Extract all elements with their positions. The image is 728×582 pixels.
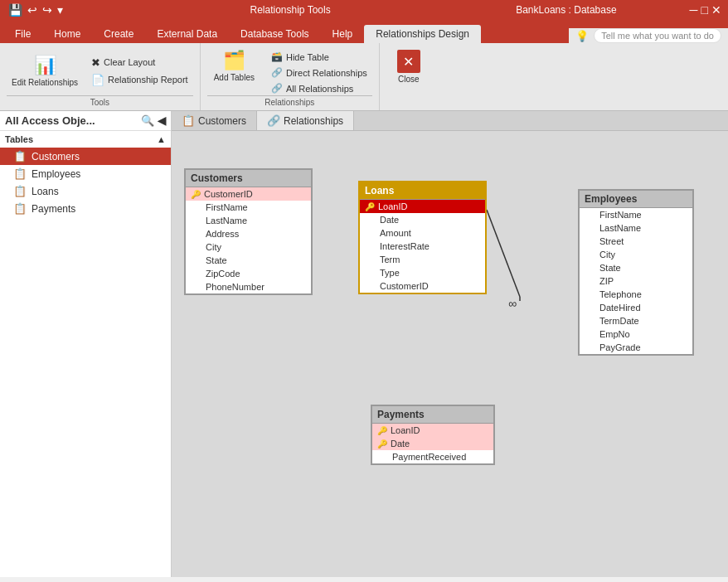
sidebar: All Access Obje... 🔍 ◀ Tables ▲ 📋 Custom… [0,111,172,577]
employees-field-city[interactable]: City [580,248,692,261]
undo-icon[interactable]: ↩ [26,3,39,17]
all-relationships-icon: 🔗 [271,83,283,94]
employees-field-lastname[interactable]: LastName [580,221,692,235]
direct-relationships-icon: 🔗 [271,67,283,78]
pk-icon-payments-date: 🔑 [377,439,387,449]
relationship-report-icon: 📄 [91,74,104,86]
ribbon-content: 📊 Edit Relationships ✖ Clear Layout 📄 Re… [0,43,728,111]
sidebar-header-icons[interactable]: 🔍 ◀ [141,114,166,127]
sidebar-item-loans[interactable]: 📋 Loans [0,182,171,200]
employees-field-paygrade[interactable]: PayGrade [580,341,692,354]
ribbon-tool-label: Relationship Tools [71,4,509,16]
employees-field-firstname[interactable]: FirstName [580,208,692,221]
customers-field-city[interactable]: City [186,240,311,254]
loans-field-customerid[interactable]: CustomerID [360,279,485,293]
loans-field-date[interactable]: Date [360,213,485,226]
relationship-report-button[interactable]: 📄 Relationship Report [86,72,193,88]
tab-customers-doc[interactable]: 📋 Customers [172,111,257,130]
employees-field-empno[interactable]: EmpNo [580,327,692,341]
payments-table-header: Payments [372,406,493,424]
customize-qat-icon[interactable]: ▾ [56,3,65,17]
collapse-tables-icon[interactable]: ▲ [157,134,166,144]
clear-layout-icon: ✖ [91,56,100,69]
tab-home[interactable]: Home [42,25,92,43]
sidebar-item-payments[interactable]: 📋 Payments [0,200,171,217]
pk-icon-payments-loanid: 🔑 [377,426,387,435]
customers-field-firstname[interactable]: FirstName [186,201,311,214]
direct-relationships-button[interactable]: 🔗 Direct Relationships [266,65,372,80]
employees-field-street[interactable]: Street [580,235,692,248]
close-button[interactable]: ✕ Close [390,50,428,84]
quick-access-toolbar[interactable]: 💾 ↩ ↪ ▾ [7,3,65,17]
save-icon[interactable]: 💾 [7,3,24,17]
clear-layout-button[interactable]: ✖ Clear Layout [86,55,193,70]
main-layout: All Access Obje... 🔍 ◀ Tables ▲ 📋 Custom… [0,111,728,577]
content-area: 📋 Customers 🔗 Relationships 1 ∞ [172,111,728,577]
db-name-label: BankLoans : Database [516,4,616,16]
maximize-button[interactable]: □ [701,3,708,17]
hide-table-button[interactable]: 🗃️ Hide Table [266,50,372,64]
hide-table-icon: 🗃️ [271,51,283,62]
close-window-button[interactable]: ✕ [711,3,721,17]
title-bar: 💾 ↩ ↪ ▾ Relationship Tools BankLoans : D… [0,0,728,20]
employees-field-zip[interactable]: ZIP [580,274,692,288]
table-icon-loans: 📋 [13,185,27,197]
tab-file[interactable]: File [3,25,42,43]
ribbon-group-relationships: 🗂️ Add Tables 🗃️ Hide Table 🔗 Direct Rel… [201,43,380,110]
customers-tab-icon: 📋 [182,114,195,127]
search-icon[interactable]: 🔍 [141,114,154,127]
employees-field-telephone[interactable]: Telephone [580,288,692,301]
tell-me-input[interactable]: Tell me what you want to do [594,28,721,43]
sidebar-item-customers[interactable]: 📋 Customers [0,148,171,165]
customers-field-lastname[interactable]: LastName [186,214,311,227]
minimize-button[interactable]: ─ [690,3,698,17]
edit-relationships-button[interactable]: 📊 Edit Relationships [7,51,83,91]
redo-icon[interactable]: ↪ [41,3,54,17]
employees-table-header: Employees [580,191,692,208]
close-icon: ✕ [397,50,420,73]
ribbon-tabs-bar: File Home Create External Data Database … [0,20,728,43]
tab-relationships-doc[interactable]: 🔗 Relationships [257,111,354,130]
add-tables-button[interactable]: 🗂️ Add Tables [207,46,261,85]
employees-field-termdate[interactable]: TermDate [580,314,692,327]
customers-field-phonenumber[interactable]: PhoneNumber [186,280,311,293]
pk-icon-loanid: 🔑 [365,202,375,211]
loans-field-loanid[interactable]: 🔑 LoanID [360,200,485,213]
customers-field-state[interactable]: State [186,254,311,267]
tell-me-bar: 💡 Tell me what you want to do [569,28,728,43]
employees-field-datehired[interactable]: DateHired [580,301,692,314]
edit-relationships-icon: 📊 [34,55,56,76]
sidebar-header: All Access Obje... 🔍 ◀ [0,111,171,131]
payments-field-paymentreceived[interactable]: PaymentReceived [372,450,493,463]
all-relationships-button[interactable]: 🔗 All Relationships [266,81,372,95]
payments-field-loanid[interactable]: 🔑 LoanID [372,424,493,437]
customers-table-header: Customers [186,170,311,187]
loans-field-interestrate[interactable]: InterestRate [360,240,485,253]
close-group: ✕ Close [380,43,438,110]
pk-icon-customerid: 🔑 [191,190,201,199]
loans-field-type[interactable]: Type [360,266,485,279]
add-tables-icon: 🗂️ [223,50,245,71]
tab-database-tools[interactable]: Database Tools [229,25,321,43]
loans-table: Loans 🔑 LoanID Date Amount InterestRate … [358,181,487,294]
lightbulb-icon: 💡 [575,30,589,42]
tab-external-data[interactable]: External Data [145,25,229,43]
collapse-icon[interactable]: ◀ [158,114,166,127]
loans-field-term[interactable]: Term [360,253,485,266]
customers-table: Customers 🔑 CustomerID FirstName LastNam… [184,168,313,295]
loans-table-header: Loans [360,182,485,200]
payments-table: Payments 🔑 LoanID 🔑 Date PaymentReceived [371,405,495,465]
tab-create[interactable]: Create [92,25,145,43]
ribbon-group-tools: 📊 Edit Relationships ✖ Clear Layout 📄 Re… [0,43,201,110]
employees-field-state[interactable]: State [580,261,692,274]
svg-text:∞: ∞ [508,297,517,310]
customers-field-address[interactable]: Address [186,227,311,240]
loans-field-amount[interactable]: Amount [360,226,485,240]
customers-field-customerid[interactable]: 🔑 CustomerID [186,187,311,201]
canvas[interactable]: 1 ∞ Customers 🔑 CustomerID FirstName Las… [172,131,728,577]
tab-help[interactable]: Help [321,25,365,43]
payments-field-date[interactable]: 🔑 Date [372,437,493,450]
tab-relationships-design[interactable]: Relationships Design [364,25,481,43]
sidebar-item-employees[interactable]: 📋 Employees [0,165,171,182]
customers-field-zipcode[interactable]: ZipCode [186,267,311,280]
